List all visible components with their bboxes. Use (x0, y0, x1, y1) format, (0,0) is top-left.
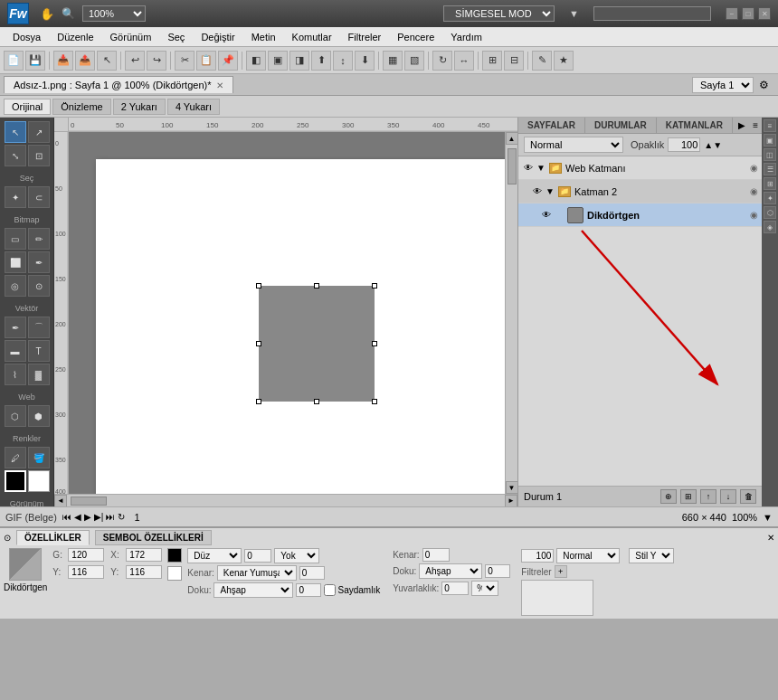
yuvarlaklık-unit[interactable]: % (471, 581, 498, 596)
export-button[interactable]: 📤 (75, 51, 95, 71)
add-filter-button[interactable]: + (555, 565, 567, 578)
paste-button[interactable]: 📌 (218, 51, 238, 71)
brush-type-select[interactable]: Düz (187, 548, 242, 563)
scale-tool[interactable]: ⤡ (5, 145, 26, 166)
handle-bc[interactable] (314, 399, 319, 404)
document-tab[interactable]: Adsız-1.png : Sayfa 1 @ 100% (Dikdörtgen… (4, 76, 233, 93)
kenar-input[interactable] (299, 566, 325, 580)
canvas-container[interactable] (69, 132, 505, 494)
saydamlik-checkbox[interactable] (324, 584, 336, 596)
ungroup-button[interactable]: ▧ (404, 51, 424, 71)
undo-button[interactable]: ↩ (125, 51, 145, 71)
doc-tab-close-button[interactable]: ✕ (216, 80, 223, 90)
layer-eye-katman2[interactable]: 👁 (531, 185, 544, 198)
stroke-doku-input[interactable] (485, 564, 510, 578)
menu-gorunum[interactable]: Görünüm (103, 30, 159, 44)
title-search-input[interactable] (593, 6, 711, 21)
props-blend-select[interactable]: Normal (556, 548, 620, 563)
g-input[interactable] (68, 548, 104, 562)
redo-button[interactable]: ↪ (147, 51, 166, 71)
cut-button[interactable]: ✂ (175, 51, 194, 71)
strip-btn-2[interactable]: ▣ (764, 134, 776, 147)
duplicate-state-button[interactable]: ⊞ (680, 489, 697, 504)
layer-katman2[interactable]: 👁 ▼ 📁 Katman 2 ◉ (518, 180, 762, 203)
align-top-button[interactable]: ⬆ (311, 51, 331, 71)
stroke-doku-select[interactable]: Ahşap (419, 563, 482, 579)
delete-state-button[interactable]: 🗑 (740, 489, 756, 504)
menu-degistir[interactable]: Değiştir (194, 30, 242, 44)
tab-katmanlar[interactable]: KATMANLAR (657, 118, 733, 133)
props-close-icon[interactable]: ✕ (767, 533, 774, 543)
doku-input[interactable] (296, 583, 321, 597)
fill-swatch[interactable] (167, 566, 182, 581)
scroll-thumb-v[interactable] (508, 148, 517, 184)
strip-btn-1[interactable]: ≡ (764, 119, 776, 132)
close-button[interactable]: ✕ (758, 7, 771, 20)
strip-btn-5[interactable]: ⊞ (764, 177, 776, 190)
tab-4yukari[interactable]: 4 Yukarı (167, 99, 220, 115)
props-options-icon[interactable]: ⊙ (4, 533, 11, 543)
tab-ozellikler[interactable]: ÖZELLİKLER (16, 530, 90, 545)
layer-expand-web[interactable]: ▼ (536, 163, 546, 173)
move-state-down-button[interactable]: ↓ (720, 489, 736, 504)
vertical-scrollbar[interactable]: ▲ ▼ (505, 132, 517, 494)
text-tool[interactable]: T (28, 340, 50, 362)
import-button[interactable]: 📥 (53, 51, 73, 71)
play-button[interactable]: ▶ (84, 512, 91, 522)
gradient-tool[interactable]: ▓ (28, 364, 50, 385)
menu-sec[interactable]: Seç (160, 30, 192, 44)
move-state-button[interactable]: ↑ (700, 489, 716, 504)
add-state-button[interactable]: ⊕ (660, 489, 677, 504)
menu-pencere[interactable]: Pencere (390, 30, 441, 44)
handle-ml[interactable] (256, 341, 261, 346)
layer-expand-katman2[interactable]: ▼ (546, 186, 555, 196)
strip-btn-8[interactable]: ◈ (764, 221, 776, 233)
scroll-right-button[interactable]: ► (505, 495, 517, 507)
minimize-button[interactable]: − (726, 7, 738, 20)
copy-button[interactable]: 📋 (196, 51, 216, 71)
eraser-tool[interactable]: ⬜ (5, 251, 26, 273)
stroke-swatch[interactable] (167, 548, 182, 563)
strip-btn-4[interactable]: ☰ (764, 163, 776, 175)
handle-tl[interactable] (256, 283, 261, 289)
tab-sayfalar[interactable]: SAYFALAR (518, 118, 585, 133)
yuvarlaklık-input[interactable] (441, 582, 469, 595)
menu-duzenle[interactable]: Düzenle (50, 30, 100, 44)
marquee-tool[interactable]: ▭ (5, 228, 26, 250)
strip-btn-3[interactable]: ◫ (764, 148, 776, 161)
zoom-menu-button[interactable]: ▼ (763, 512, 773, 523)
flip-h-button[interactable]: ↔ (454, 51, 474, 71)
combine-button[interactable]: ⊟ (504, 51, 524, 71)
align-left-button[interactable]: ◧ (246, 51, 266, 71)
opacity-stepper[interactable]: ▲▼ (704, 140, 722, 150)
layer-eye-web[interactable]: 👁 (522, 162, 535, 175)
panel-menu-icon[interactable]: ≡ (749, 118, 762, 132)
tab-durumlar[interactable]: DURUMLAR (585, 118, 657, 133)
mask-button[interactable]: ⊞ (482, 51, 502, 71)
handle-br[interactable] (372, 399, 377, 404)
scroll-thumb-h[interactable] (71, 497, 107, 506)
horizontal-scrollbar[interactable]: ◄ ► (54, 494, 517, 506)
vector-path-tool[interactable]: ⌒ (28, 317, 50, 338)
layer-dikdortgen[interactable]: 👁 Dikdörtgen ◉ (518, 203, 762, 227)
subselect-tool[interactable]: ↗ (28, 121, 50, 143)
doku-select[interactable]: Ahşap (213, 582, 293, 598)
tab-onizleme[interactable]: Önizleme (52, 99, 110, 115)
brush-tool[interactable]: ✏ (28, 228, 50, 250)
search-icon[interactable]: 🔍 (62, 7, 75, 20)
tab-orijinal[interactable]: Orijinal (4, 99, 51, 115)
align-right-button[interactable]: ◨ (289, 51, 309, 71)
menu-yardim[interactable]: Yardım (443, 30, 489, 44)
loop-button[interactable]: ↻ (118, 512, 125, 522)
play-next-button[interactable]: ▶| (94, 512, 104, 522)
tab-sembol-ozellikleri[interactable]: SEMBOL ÖZELLİKLERİ (95, 530, 212, 545)
stroke-size-input[interactable] (422, 548, 450, 562)
brush-size-input[interactable] (244, 549, 271, 563)
tab-2yukari[interactable]: 2 Yukarı (113, 99, 166, 115)
x-input[interactable] (126, 548, 162, 562)
new-button[interactable]: 📄 (4, 51, 24, 71)
pencil-tool[interactable]: ✒ (28, 251, 50, 273)
blend-mode-select[interactable]: Normal (524, 137, 623, 153)
page-options-button[interactable]: ⚙ (759, 79, 769, 91)
mode-select[interactable]: SİMGESEL MOD (443, 5, 555, 22)
